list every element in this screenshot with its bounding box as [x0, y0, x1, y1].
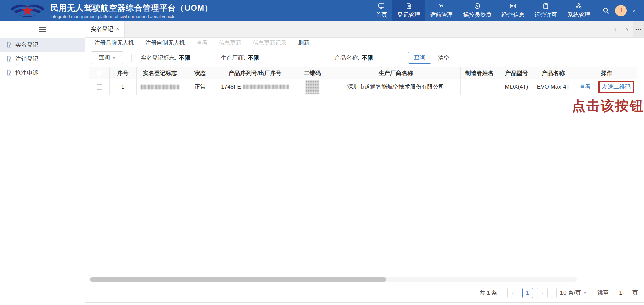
nav-right: 1 ∨ — [595, 0, 644, 21]
search-icon[interactable] — [602, 7, 610, 14]
table-area: 序号 实名登记标志 状态 产品序列号/出厂序号 二维码 生产厂商名称 制造者姓名… — [85, 67, 644, 283]
chevron-down-icon: ∨ — [584, 291, 586, 295]
clear-button[interactable]: 清空 — [438, 54, 449, 61]
chevron-right-icon: › — [541, 290, 543, 296]
action-toolbar: 注册品牌无人机 注册自制无人机 查看 信息更新 信息更新记录 刷新 — [85, 38, 644, 48]
filter-value: 不限 — [362, 54, 373, 61]
jump-page-input[interactable] — [613, 288, 628, 298]
col-maker-name: 制造者姓名 — [461, 67, 498, 79]
sidebar-item-label: 实名登记 — [15, 41, 38, 49]
cell-spacer — [572, 79, 577, 95]
col-serial: 产品序列号/出厂序号 — [217, 67, 293, 79]
sidebar-item-squatting-appeal[interactable]: 抢注申诉 — [0, 66, 85, 80]
sidebar-item-realname-registration[interactable]: 实名登记 — [0, 38, 85, 52]
nav-label: 适航管理 — [430, 11, 453, 19]
top-navbar: 民用无人驾驶航空器综合管理平台（UOM） Integrated manageme… — [0, 0, 644, 21]
highlight-red-box: 发送二维码 — [598, 81, 634, 93]
register-selfmade-drone-button[interactable]: 注册自制无人机 — [140, 39, 191, 47]
table-row: 1 正常 1748FE 深圳市道通智能航空技术股份有限公司 MDX(4T) EV… — [89, 79, 637, 95]
query-dropdown-button[interactable]: 查询 ∨ — [91, 51, 123, 64]
redacted-registration-mark — [141, 85, 179, 89]
drone-icon — [438, 3, 445, 9]
prev-page-button[interactable]: ‹ — [507, 288, 518, 298]
sidebar-item-label: 抢注申诉 — [15, 69, 38, 77]
col-spacer — [572, 67, 577, 79]
system-nodes-icon — [575, 3, 582, 9]
cell-serial: 1748FE — [217, 79, 293, 95]
cell-manufacturer: 深圳市道通智能航空技术股份有限公司 — [331, 79, 461, 95]
sidebar-top — [0, 21, 85, 38]
horizontal-scrollbar-track[interactable] — [90, 277, 577, 282]
tab-scroll-right-icon[interactable]: › — [621, 21, 633, 37]
row-checkbox[interactable] — [97, 84, 102, 90]
query-dropdown-label: 查询 — [99, 54, 110, 61]
view-button-disabled: 查看 — [191, 39, 213, 47]
brand-text: 民用无人驾驶航空器综合管理平台（UOM） Integrated manageme… — [50, 3, 213, 19]
page-number-button[interactable]: 1 — [522, 288, 533, 298]
cell-product-name: EVO Max 4T — [535, 79, 572, 95]
platform-logo-icon — [9, 3, 46, 18]
main-content: 实名登记 × ‹ › ⋯ 注册品牌无人机 注册自制无人机 查看 信息更新 信息更… — [85, 21, 644, 305]
nav-item-business-info[interactable]: 经营信息 — [496, 0, 529, 21]
horizontal-scrollbar-thumb[interactable] — [90, 277, 386, 282]
nav-item-home[interactable]: 首页 — [371, 0, 392, 21]
annotation-text: 点击该按钮 — [543, 97, 644, 115]
sidebar: 实名登记 注销登记 抢注申诉 — [0, 21, 85, 305]
sidebar-item-cancel-registration[interactable]: 注销登记 — [0, 52, 85, 66]
avatar[interactable]: 1 — [615, 5, 627, 16]
filter-label: 生产厂商: — [221, 54, 245, 61]
send-qrcode-link[interactable]: 发送二维码 — [602, 83, 631, 91]
nav-item-system-management[interactable]: 系统管理 — [562, 0, 595, 21]
filter-realname-mark: 实名登记标志: 不限 — [141, 54, 191, 61]
filter-label: 实名登记标志: — [141, 54, 176, 61]
tab-more-icon[interactable]: ⋯ — [633, 21, 644, 37]
action-divider — [595, 84, 595, 90]
select-all-checkbox[interactable] — [97, 71, 102, 76]
filter-value: 不限 — [248, 54, 259, 61]
shield-icon — [474, 3, 481, 9]
nav-item-registration[interactable]: 登记管理 — [392, 0, 425, 21]
top-nav: 首页 登记管理 适航管理 操控员资质 经营信息 — [371, 0, 595, 21]
col-qrcode: 二维码 — [293, 67, 331, 79]
nav-item-operator-qualification[interactable]: 操控员资质 — [458, 0, 496, 21]
close-icon[interactable]: × — [116, 26, 119, 32]
id-card-icon — [509, 3, 516, 9]
header-checkbox-cell — [89, 67, 110, 79]
total-count: 共 1 条 — [480, 289, 497, 297]
nav-label: 经营信息 — [501, 11, 524, 19]
pagination-bar: 共 1 条 ‹ 1 › 10 条/页 ∨ 跳至 页 — [85, 283, 644, 303]
search-button[interactable]: 查询 — [408, 52, 431, 64]
qr-code-thumbnail[interactable] — [306, 80, 319, 94]
info-update-button-disabled: 信息更新 — [213, 39, 247, 47]
register-brand-drone-button[interactable]: 注册品牌无人机 — [89, 39, 140, 47]
refresh-button[interactable]: 刷新 — [292, 39, 315, 47]
nav-label: 操控员资质 — [463, 11, 491, 19]
redacted-serial — [243, 85, 289, 89]
monitor-icon — [378, 3, 385, 9]
tab-realname-registration[interactable]: 实名登记 × — [85, 21, 125, 37]
menu-toggle-icon[interactable] — [39, 26, 46, 33]
view-link[interactable]: 查看 — [579, 83, 591, 91]
jump-suffix: 页 — [632, 289, 638, 297]
filter-product-name: 产品名称: 不限 — [335, 54, 373, 61]
col-status: 状态 — [183, 67, 217, 79]
serial-prefix: 1748FE — [221, 84, 241, 90]
filter-divider — [131, 54, 132, 62]
next-page-button[interactable]: › — [537, 288, 548, 298]
col-actions: 操作 — [577, 67, 637, 79]
chevron-down-icon: ∨ — [113, 55, 116, 60]
registration-doc-icon — [405, 3, 412, 9]
doc-badge-icon — [6, 70, 12, 76]
chevron-down-icon[interactable]: ∨ — [632, 8, 635, 13]
nav-label: 系统管理 — [567, 11, 590, 19]
nav-item-operation-license[interactable]: 运营许可 — [529, 0, 562, 21]
cell-realname-mark — [137, 79, 183, 95]
page-size-select[interactable]: 10 条/页 ∨ — [556, 288, 590, 298]
page-size-value: 10 条/页 — [560, 289, 581, 297]
license-icon — [542, 3, 549, 9]
filter-label: 产品名称: — [335, 54, 359, 61]
app-subtitle: Integrated management platform of civil … — [50, 14, 213, 19]
cell-qrcode — [293, 79, 331, 95]
tab-scroll-left-icon[interactable]: ‹ — [610, 21, 621, 37]
nav-item-airworthiness[interactable]: 适航管理 — [425, 0, 458, 21]
